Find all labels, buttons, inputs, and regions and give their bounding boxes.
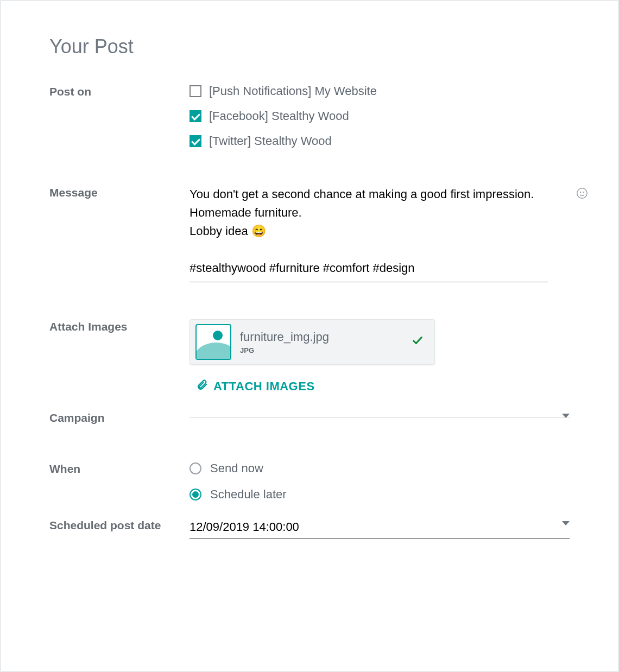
post-on-option[interactable]: [Twitter] Stealthy Wood: [190, 134, 570, 148]
row-attach-images: Attach Images furniture_img.jpg JPG ATTA: [49, 319, 570, 394]
campaign-select[interactable]: [190, 410, 570, 417]
when-option[interactable]: Schedule later: [190, 487, 570, 502]
page-title: Your Post: [49, 35, 570, 58]
label-campaign: Campaign: [49, 410, 190, 424]
attachment-card[interactable]: furniture_img.jpg JPG: [190, 319, 435, 365]
post-on-options: [Push Notifications] My Website [Faceboo…: [190, 84, 570, 148]
post-on-option[interactable]: [Facebook] Stealthy Wood: [190, 109, 570, 123]
svg-point-1: [580, 192, 581, 193]
checkbox-twitter[interactable]: [190, 135, 201, 147]
radio-label: Schedule later: [210, 487, 287, 502]
chevron-down-icon[interactable]: [562, 521, 570, 525]
row-campaign: Campaign: [49, 410, 570, 424]
checkbox-push-notifications[interactable]: [190, 85, 201, 97]
svg-point-2: [583, 192, 584, 193]
label-attach-images: Attach Images: [49, 319, 190, 333]
checkbox-label: [Facebook] Stealthy Wood: [209, 109, 349, 123]
checkbox-label: [Push Notifications] My Website: [209, 84, 377, 98]
label-when: When: [49, 461, 190, 476]
emoji-picker-icon[interactable]: [576, 187, 588, 199]
radio-label: Send now: [210, 461, 263, 476]
checkbox-facebook[interactable]: [190, 110, 201, 122]
attach-images-button[interactable]: ATTACH IMAGES: [196, 379, 315, 394]
label-post-on: Post on: [49, 84, 190, 98]
post-form-panel: Your Post Post on [Push Notifications] M…: [0, 0, 619, 672]
svg-point-0: [577, 188, 587, 198]
label-message: Message: [49, 185, 190, 199]
row-post-on: Post on [Push Notifications] My Website …: [49, 84, 570, 148]
attachment-filetype: JPG: [240, 346, 403, 354]
label-scheduled-date: Scheduled post date: [49, 518, 190, 532]
when-option[interactable]: Send now: [190, 461, 570, 476]
attachment-meta: furniture_img.jpg JPG: [240, 330, 403, 354]
check-icon: [412, 334, 424, 350]
checkbox-label: [Twitter] Stealthy Wood: [209, 134, 332, 148]
row-scheduled-date: Scheduled post date 12/09/2019 14:00:00: [49, 518, 570, 539]
attach-images-label: ATTACH IMAGES: [213, 379, 315, 394]
chevron-down-icon[interactable]: [562, 414, 570, 418]
post-on-option[interactable]: [Push Notifications] My Website: [190, 84, 570, 98]
attachment-filename: furniture_img.jpg: [240, 330, 403, 344]
radio-schedule-later[interactable]: [190, 489, 201, 500]
radio-send-now[interactable]: [190, 462, 201, 474]
paperclip-icon: [196, 379, 208, 394]
scheduled-date-input[interactable]: 12/09/2019 14:00:00: [190, 518, 570, 539]
message-textarea[interactable]: You don't get a second chance at making …: [190, 185, 548, 282]
row-message: Message You don't get a second chance at…: [49, 185, 570, 282]
row-when: When Send now Schedule later: [49, 461, 570, 502]
attachment-thumbnail: [195, 324, 231, 360]
